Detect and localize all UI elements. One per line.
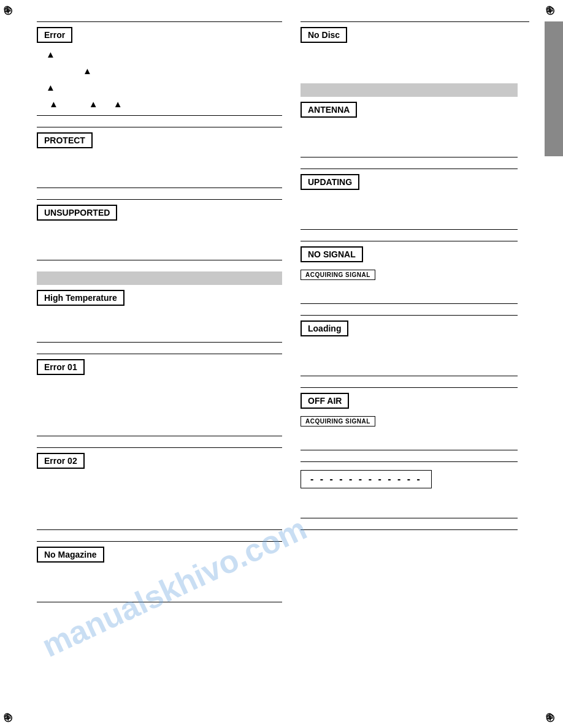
main-layout: Error ▲ ▲ ▲ ▲ ▲ ▲ PROTECT UN bbox=[0, 0, 563, 728]
section-dashes: - - - - - - - - - - - - bbox=[301, 461, 529, 518]
divider-error-top bbox=[37, 21, 282, 22]
section-unsupported: UNSUPPORTED bbox=[37, 199, 282, 260]
section-no-magazine: No Magazine bbox=[37, 541, 282, 602]
section-error-01: Error 01 bbox=[37, 354, 282, 436]
dashes-display: - - - - - - - - - - - - bbox=[301, 470, 432, 488]
high-temp-gray-bar bbox=[37, 271, 282, 285]
divider-offair-bottom bbox=[301, 450, 518, 450]
arrow-4c: ▲ bbox=[113, 99, 123, 109]
divider-protect-bottom bbox=[37, 188, 282, 188]
arrow-3: ▲ bbox=[46, 82, 282, 93]
corner-mark-bl: ⊕ bbox=[3, 710, 18, 725]
divider-offair-top bbox=[301, 387, 518, 388]
divider-error-bottom bbox=[37, 115, 282, 116]
divider-error01-bottom bbox=[37, 436, 282, 436]
badge-error-01: Error 01 bbox=[37, 359, 85, 375]
badge-error-02: Error 02 bbox=[37, 453, 85, 469]
section-high-temp: High Temperature bbox=[37, 271, 282, 343]
badge-error: Error bbox=[37, 27, 72, 43]
section-no-disc: No Disc bbox=[301, 21, 529, 77]
updating-content bbox=[301, 194, 529, 224]
no-signal-sub: ACQUIRING SIGNAL bbox=[301, 268, 529, 280]
divider-high-temp-bottom bbox=[37, 342, 282, 343]
section-protect: PROTECT bbox=[37, 127, 282, 188]
section-off-air: OFF AIR ACQUIRING SIGNAL bbox=[301, 387, 529, 450]
divider-unsupported-bottom bbox=[37, 260, 282, 260]
high-temp-content bbox=[37, 309, 282, 337]
off-air-sub: ACQUIRING SIGNAL bbox=[301, 415, 529, 427]
divider-error02-top bbox=[37, 447, 282, 448]
no-disc-content bbox=[301, 47, 529, 77]
right-column: No Disc ANTENNA UPDATING NO SIGNAL ACQUI… bbox=[301, 21, 529, 707]
section-error: Error ▲ ▲ ▲ ▲ ▲ ▲ bbox=[37, 21, 282, 116]
divider-dashes-top bbox=[301, 461, 518, 462]
badge-acquiring-signal-2: ACQUIRING SIGNAL bbox=[301, 416, 375, 427]
divider-antenna-bottom bbox=[301, 157, 518, 157]
antenna-gray-bar bbox=[301, 83, 518, 97]
divider-unsupported-top bbox=[37, 199, 282, 200]
divider-loading-top bbox=[301, 315, 518, 316]
section-empty bbox=[301, 529, 529, 578]
section-no-signal: NO SIGNAL ACQUIRING SIGNAL bbox=[301, 241, 529, 304]
arrows-block-1: ▲ ▲ ▲ ▲ ▲ ▲ bbox=[37, 47, 282, 110]
badge-no-signal: NO SIGNAL bbox=[301, 246, 363, 262]
divider-error01-top bbox=[37, 354, 282, 354]
badge-loading: Loading bbox=[301, 320, 348, 336]
dashes-content bbox=[301, 488, 529, 513]
badge-unsupported: UNSUPPORTED bbox=[37, 205, 117, 221]
badge-no-disc: No Disc bbox=[301, 27, 347, 43]
badge-protect: PROTECT bbox=[37, 132, 93, 148]
section-loading: Loading bbox=[301, 315, 529, 376]
left-column: Error ▲ ▲ ▲ ▲ ▲ ▲ PROTECT UN bbox=[37, 21, 301, 707]
dashes-container: - - - - - - - - - - - - bbox=[301, 467, 529, 488]
divider-nomagazine-bottom bbox=[37, 602, 282, 602]
divider-nodisc-top bbox=[301, 21, 529, 22]
arrow-2: ▲ bbox=[83, 66, 282, 76]
section-error-02: Error 02 bbox=[37, 447, 282, 530]
section-antenna: ANTENNA bbox=[301, 83, 529, 157]
divider-loading-bottom bbox=[301, 376, 518, 376]
divider-error02-bottom bbox=[37, 529, 282, 530]
antenna-content bbox=[301, 121, 529, 152]
corner-mark-br: ⊕ bbox=[545, 710, 560, 725]
arrow-1: ▲ bbox=[46, 49, 282, 59]
badge-acquiring-signal-1: ACQUIRING SIGNAL bbox=[301, 270, 375, 280]
no-magazine-content bbox=[37, 566, 282, 597]
divider-dashes-bottom bbox=[301, 518, 518, 518]
off-air-content bbox=[301, 427, 529, 445]
divider-protect-top bbox=[37, 127, 282, 127]
badge-antenna: ANTENNA bbox=[301, 102, 357, 118]
divider-updating-top bbox=[301, 169, 518, 169]
no-signal-content bbox=[301, 280, 529, 298]
corner-mark-tl: ⊕ bbox=[3, 3, 18, 18]
empty-content bbox=[301, 535, 529, 578]
badge-updating: UPDATING bbox=[301, 174, 359, 190]
arrow-4a: ▲ bbox=[49, 99, 58, 109]
badge-off-air: OFF AIR bbox=[301, 393, 349, 409]
section-updating: UPDATING bbox=[301, 169, 529, 230]
divider-nosignal-bottom bbox=[301, 303, 518, 304]
badge-high-temp: High Temperature bbox=[37, 290, 124, 306]
unsupported-content bbox=[37, 224, 282, 255]
corner-mark-tr: ⊕ bbox=[545, 3, 560, 18]
badge-no-magazine: No Magazine bbox=[37, 547, 104, 563]
divider-nosignal-top bbox=[301, 241, 518, 241]
divider-empty-top bbox=[301, 529, 518, 530]
arrow-4b: ▲ bbox=[89, 99, 98, 109]
arrows-row-bottom: ▲ ▲ ▲ bbox=[49, 99, 282, 109]
protect-content bbox=[37, 152, 282, 183]
divider-nomagazine-top bbox=[37, 541, 282, 542]
loading-content bbox=[301, 340, 529, 371]
gray-sidebar bbox=[545, 21, 563, 156]
divider-updating-bottom bbox=[301, 229, 518, 230]
error02-content bbox=[37, 472, 282, 525]
error01-content bbox=[37, 379, 282, 431]
